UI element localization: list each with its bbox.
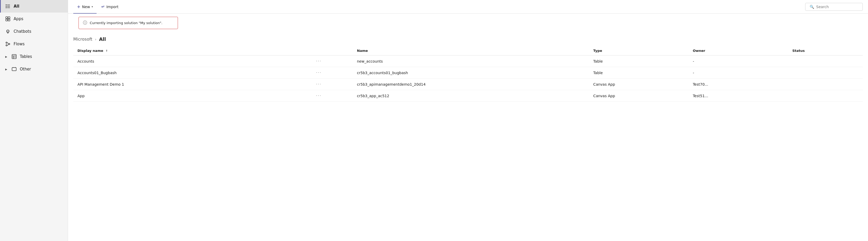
svg-rect-9 bbox=[8, 19, 10, 21]
cell-owner: - bbox=[688, 56, 788, 67]
search-input[interactable] bbox=[816, 5, 858, 9]
tables-expand-arrow: ▶ bbox=[5, 55, 7, 58]
import-button[interactable]: ↵ Import bbox=[98, 2, 122, 11]
cell-owner: Test51... bbox=[688, 90, 788, 102]
svg-rect-6 bbox=[6, 17, 8, 19]
col-header-owner[interactable]: Owner bbox=[688, 46, 788, 56]
svg-rect-5 bbox=[7, 8, 10, 8]
main-content: + New ▾ ↵ Import 🔍 ⓘ Currently importing… bbox=[68, 0, 868, 241]
notification-text: Currently importing solution "My solutio… bbox=[90, 21, 162, 25]
table-row: Accounts01_Bugbash ··· cr5b3_accounts01_… bbox=[73, 67, 863, 79]
new-button[interactable]: + New ▾ bbox=[73, 2, 97, 11]
cell-owner: Test70... bbox=[688, 79, 788, 90]
breadcrumb: Microsoft › All bbox=[73, 32, 863, 46]
cell-dots-menu[interactable]: ··· bbox=[310, 79, 353, 90]
cell-status bbox=[788, 79, 863, 90]
row-context-menu-icon[interactable]: ··· bbox=[314, 93, 323, 99]
sidebar-item-label-tables: Tables bbox=[20, 54, 32, 59]
cell-apiname: cr5b3_app_ac512 bbox=[353, 90, 589, 102]
svg-point-13 bbox=[8, 31, 9, 31]
data-table: Display name ↑ Name Type Owner Status bbox=[73, 46, 863, 102]
sidebar-item-apps[interactable]: Apps bbox=[0, 12, 68, 25]
other-icon bbox=[11, 66, 17, 72]
svg-point-15 bbox=[9, 44, 10, 45]
sidebar: All Apps Chatbots bbox=[0, 0, 68, 241]
other-expand-arrow: ▶ bbox=[5, 68, 7, 71]
breadcrumb-current: All bbox=[99, 36, 106, 42]
plus-icon: + bbox=[77, 4, 80, 9]
svg-rect-8 bbox=[6, 19, 8, 21]
new-label: New bbox=[82, 5, 90, 9]
row-context-menu-icon[interactable]: ··· bbox=[314, 58, 323, 64]
breadcrumb-parent[interactable]: Microsoft bbox=[73, 37, 92, 42]
cell-apiname: new_accounts bbox=[353, 56, 589, 67]
cell-type: Table bbox=[589, 67, 688, 79]
import-icon: ↵ bbox=[101, 4, 105, 9]
sidebar-item-flows[interactable]: Flows bbox=[0, 38, 68, 50]
svg-point-14 bbox=[6, 42, 7, 44]
cell-owner: - bbox=[688, 67, 788, 79]
sidebar-item-other[interactable]: ▶ Other bbox=[0, 63, 68, 76]
list-icon bbox=[5, 4, 10, 9]
cell-displayname: API Management Demo 1 bbox=[73, 79, 310, 90]
svg-rect-1 bbox=[7, 5, 10, 5]
breadcrumb-separator: › bbox=[95, 37, 97, 42]
cell-displayname: Accounts01_Bugbash bbox=[73, 67, 310, 79]
cell-apiname: cr5b3_apimanagementdemo1_20d14 bbox=[353, 79, 589, 90]
search-icon: 🔍 bbox=[810, 5, 814, 9]
cell-type: Table bbox=[589, 56, 688, 67]
col-header-displayname[interactable]: Display name ↑ bbox=[73, 46, 310, 56]
svg-point-16 bbox=[6, 45, 7, 46]
cell-apiname: cr5b3_accounts01_bugbash bbox=[353, 67, 589, 79]
cell-status bbox=[788, 90, 863, 102]
content-area: ⓘ Currently importing solution "My solut… bbox=[68, 14, 868, 241]
sidebar-item-label-all: All bbox=[13, 4, 19, 9]
sidebar-item-label-other: Other bbox=[20, 67, 31, 72]
sidebar-item-tables[interactable]: ▶ Tables bbox=[0, 50, 68, 63]
col-header-dots bbox=[310, 46, 353, 56]
svg-point-11 bbox=[7, 31, 8, 31]
cell-status bbox=[788, 56, 863, 67]
notification-banner: ⓘ Currently importing solution "My solut… bbox=[79, 17, 178, 29]
table-row: App ··· cr5b3_app_ac512 Canvas App Test5… bbox=[73, 90, 863, 102]
search-box[interactable]: 🔍 bbox=[805, 3, 863, 11]
info-icon: ⓘ bbox=[83, 20, 87, 26]
svg-point-12 bbox=[8, 31, 8, 31]
col-header-status[interactable]: Status bbox=[788, 46, 863, 56]
apps-icon bbox=[5, 16, 10, 22]
sidebar-item-all[interactable]: All bbox=[0, 0, 68, 12]
sidebar-item-chatbots[interactable]: Chatbots bbox=[0, 25, 68, 38]
new-chevron-icon: ▾ bbox=[92, 5, 93, 8]
sidebar-item-label-chatbots: Chatbots bbox=[13, 29, 31, 34]
cell-type: Canvas App bbox=[589, 79, 688, 90]
svg-rect-7 bbox=[8, 17, 10, 19]
svg-rect-4 bbox=[6, 7, 6, 8]
new-button-wrapper: + New ▾ bbox=[73, 2, 97, 11]
svg-rect-21 bbox=[12, 68, 16, 71]
svg-rect-3 bbox=[7, 6, 10, 6]
sidebar-item-label-apps: Apps bbox=[13, 17, 23, 21]
table-row: API Management Demo 1 ··· cr5b3_apimanag… bbox=[73, 79, 863, 90]
svg-rect-17 bbox=[12, 54, 16, 59]
cell-status bbox=[788, 67, 863, 79]
sort-arrow-icon: ↑ bbox=[105, 49, 108, 53]
chatbots-icon bbox=[5, 29, 10, 34]
flows-icon bbox=[5, 42, 10, 47]
cell-dots-menu[interactable]: ··· bbox=[310, 67, 353, 79]
sidebar-item-label-flows: Flows bbox=[13, 42, 25, 46]
svg-rect-0 bbox=[6, 4, 6, 5]
import-label: Import bbox=[106, 5, 118, 9]
cell-dots-menu[interactable]: ··· bbox=[310, 56, 353, 67]
cell-type: Canvas App bbox=[589, 90, 688, 102]
tables-icon bbox=[11, 54, 17, 59]
table-row: Accounts ··· new_accounts Table - bbox=[73, 56, 863, 67]
cell-displayname: Accounts bbox=[73, 56, 310, 67]
cell-displayname: App bbox=[73, 90, 310, 102]
row-context-menu-icon[interactable]: ··· bbox=[314, 70, 323, 76]
row-context-menu-icon[interactable]: ··· bbox=[314, 81, 323, 87]
toolbar: + New ▾ ↵ Import 🔍 bbox=[68, 0, 868, 14]
cell-dots-menu[interactable]: ··· bbox=[310, 90, 353, 102]
svg-rect-2 bbox=[6, 6, 6, 7]
col-header-type[interactable]: Type bbox=[589, 46, 688, 56]
col-header-name[interactable]: Name bbox=[353, 46, 589, 56]
